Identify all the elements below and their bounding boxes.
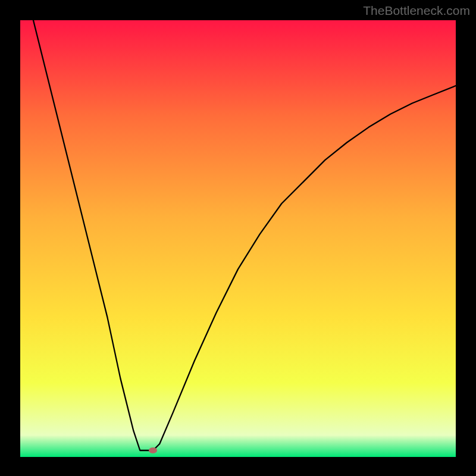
watermark-text: TheBottleneck.com	[363, 4, 470, 18]
chart-curve	[20, 20, 456, 457]
chart-marker-dot	[149, 447, 157, 453]
bottleneck-curve-path	[33, 20, 456, 450]
chart-plot-area	[20, 20, 456, 457]
